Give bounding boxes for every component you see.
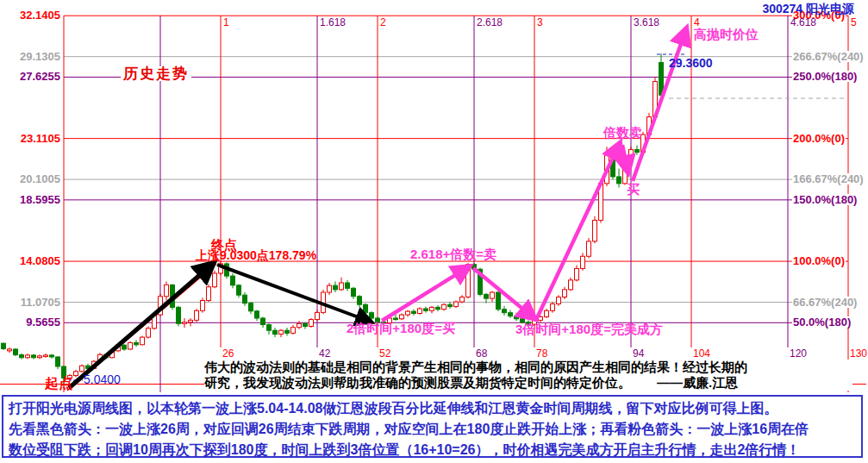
- stock-chart-window: 32.1405300.0%(0)29.1305266.67%(240)27.62…: [0, 0, 868, 463]
- x-axis-ratio-label: 4.618: [790, 17, 816, 28]
- chart-annotation: 上涨9.0300点178.79%: [196, 249, 316, 261]
- chart-annotation: 29.3600: [669, 57, 713, 69]
- x-axis-week-label: 26: [222, 348, 234, 359]
- gann-quote-block: 伟大的波动法则的基础是相同的背景产生相同的事物，相同的原因产生相同的结果！经过长…: [204, 360, 852, 391]
- x-axis-ratio-label: 3: [537, 17, 543, 28]
- y-axis-price-label: 32.1405: [9, 9, 60, 21]
- x-axis-week-label: 42: [319, 348, 330, 359]
- analysis-note-line3: 数位受阻下跌；回调10周再次下探到180度，时间上跌到3倍位置（16+10=26…: [9, 440, 856, 460]
- chart-annotation: 倍数卖: [603, 126, 642, 139]
- x-axis-ratio-label: 1.618: [320, 17, 346, 28]
- y-axis-price-label: 29.1305: [9, 51, 60, 62]
- y-axis-percent-label: 66.67%(240): [792, 297, 858, 308]
- x-axis-ratio-label: 2.618: [477, 17, 503, 28]
- x-axis-week-label: 104: [693, 348, 710, 359]
- analysis-note-box: 打开阳光电源周线图，以本轮第一波上涨5.04-14.08做江恩波段百分比延伸线和…: [2, 395, 863, 458]
- x-axis-ratio-label: 1: [223, 17, 229, 28]
- y-axis-percent-label: 50.0%(180): [792, 316, 852, 328]
- chart-annotation: 买: [627, 183, 640, 196]
- y-axis-percent-label: 150.0%(180): [792, 194, 858, 205]
- history-trend-watermark: 历史走势: [121, 66, 191, 81]
- y-axis-price-label: 27.6255: [9, 71, 60, 82]
- y-axis-price-label: 20.1005: [9, 173, 60, 185]
- chart-canvas: [0, 0, 868, 396]
- y-axis-percent-label: 166.67%(240): [792, 173, 865, 185]
- x-axis-week-label: 130: [850, 348, 867, 359]
- y-axis-price-label: 23.1105: [9, 133, 60, 144]
- y-axis-percent-label: 266.67%(240): [792, 51, 865, 62]
- analysis-note-line2: 先看黑色箭头：一波上涨26周，对应回调26周结束下跌周期，对应空间上在180度止…: [9, 419, 856, 440]
- x-axis-ratio-label: 2: [380, 17, 386, 28]
- y-axis-price-label: 14.0805: [9, 255, 60, 266]
- y-axis-percent-label: 200.0%(0): [792, 133, 846, 144]
- x-axis-week-label: 78: [536, 348, 547, 359]
- x-axis-ratio-label: 5: [851, 17, 857, 28]
- x-axis-week-label: 120: [790, 348, 807, 359]
- chart-annotation: 3倍时间+180度=完美成方: [515, 322, 663, 335]
- x-axis-week-label: 94: [633, 348, 644, 359]
- chart-annotation: 5.0400: [84, 373, 121, 385]
- y-axis-percent-label: 100.0%(0): [792, 255, 846, 266]
- x-axis-ratio-label: 3.618: [634, 17, 659, 28]
- chart-annotation: 2倍时间+180度=买: [347, 322, 455, 335]
- chart-annotation: 2.618+倍数=卖: [410, 247, 496, 260]
- gann-quote-line2: 研究，我发现波动法则帮助我准确的预测股票及期货特定时间的特定价位。 ——威廉.江…: [204, 375, 852, 391]
- stock-title: 300274 阳光电源: [762, 2, 854, 17]
- gann-quote-line1: 伟大的波动法则的基础是相同的背景产生相同的事物，相同的原因产生相同的结果！经过长…: [204, 360, 852, 375]
- y-axis-price-label: 18.5955: [9, 194, 60, 205]
- candlestick-chart[interactable]: 32.1405300.0%(0)29.1305266.67%(240)27.62…: [0, 0, 868, 396]
- chart-annotation: 高抛时价位: [694, 28, 759, 41]
- y-axis-price-label: 11.0705: [9, 297, 60, 308]
- y-axis-price-label: 9.5655: [9, 316, 60, 328]
- x-axis-week-label: 68: [476, 348, 487, 359]
- chart-annotation: 起点: [45, 377, 72, 391]
- y-axis-percent-label: 250.0%(180): [792, 71, 858, 82]
- x-axis-week-label: 52: [379, 348, 390, 359]
- analysis-note-line1: 打开阳光电源周线图，以本轮第一波上涨5.04-14.08做江恩波段百分比延伸线和…: [9, 398, 856, 419]
